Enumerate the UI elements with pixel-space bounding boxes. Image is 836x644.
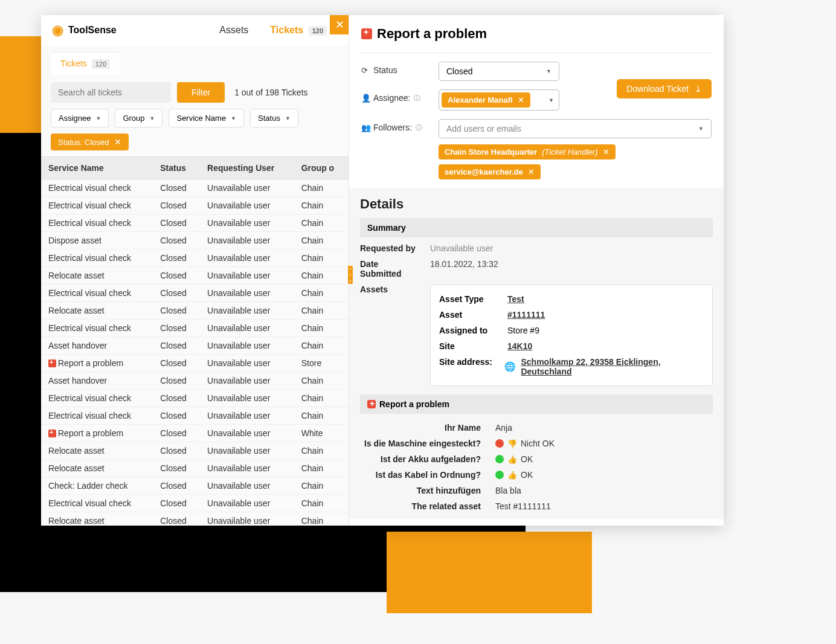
nav-tickets[interactable]: Tickets 120: [259, 25, 338, 36]
cell-group: Chain: [294, 302, 349, 320]
cell-user: Unavailable user: [200, 232, 294, 250]
cell-service: Check: Ladder check: [41, 477, 153, 495]
problem-section-label: Report a problem: [379, 399, 449, 409]
cell-user: Unavailable user: [200, 495, 294, 512]
active-filter-chip: Status: Closed ✕: [51, 134, 129, 150]
cell-status: Closed: [153, 337, 200, 355]
follower-pill: service@kaercher.de ✕: [439, 164, 541, 179]
table-row[interactable]: Relocate assetClosedUnavailable userChai…: [41, 267, 349, 285]
table-row[interactable]: Electrical visual checkClosedUnavailable…: [41, 390, 349, 407]
table-row[interactable]: Asset handoverClosedUnavailable userChai…: [41, 337, 349, 355]
col-status[interactable]: Status: [153, 157, 200, 179]
table-row[interactable]: Relocate assetClosedUnavailable userChai…: [41, 442, 349, 460]
filters-row: Assignee▼ Group▼ Service Name▼ Status▼: [41, 109, 349, 134]
cell-status: Closed: [153, 232, 200, 250]
cell-status: Closed: [153, 425, 200, 442]
site-link[interactable]: 14K10: [507, 341, 532, 351]
table-row[interactable]: Electrical visual checkClosedUnavailable…: [41, 320, 349, 337]
cell-service: Asset handover: [41, 337, 153, 355]
table-row[interactable]: Electrical visual checkClosedUnavailable…: [41, 407, 349, 425]
table-row[interactable]: Check: Ladder checkClosedUnavailable use…: [41, 477, 349, 495]
assignee-select[interactable]: Alexander Manafi ✕ ▼: [439, 89, 559, 111]
cell-group: Chain: [294, 512, 349, 526]
cell-service: Electrical visual check: [41, 390, 153, 407]
col-user[interactable]: Requesting User: [200, 157, 294, 179]
tab-tickets-label: Tickets: [60, 59, 87, 68]
table-row[interactable]: Electrical visual checkClosedUnavailable…: [41, 250, 349, 267]
follower-name: Chain Store Headquarter: [445, 147, 537, 156]
cell-service: Electrical visual check: [41, 250, 153, 267]
follower-pill: Chain Store Headquarter (Ticket Handler)…: [439, 144, 616, 159]
filter-status[interactable]: Status▼: [250, 109, 298, 127]
user-icon: 👤: [361, 94, 370, 103]
cell-status: Closed: [153, 267, 200, 285]
search-input[interactable]: [51, 82, 171, 103]
cell-status: Closed: [153, 390, 200, 407]
filter-assignee[interactable]: Assignee▼: [51, 109, 109, 127]
cell-status: Closed: [153, 250, 200, 267]
asset-type-link[interactable]: Test: [507, 294, 524, 304]
cell-status: Closed: [153, 372, 200, 390]
site-label: Site: [439, 341, 497, 351]
download-ticket-button[interactable]: Download Ticket ⤓: [617, 79, 712, 98]
chip-remove[interactable]: ✕: [114, 137, 121, 147]
follower-remove[interactable]: ✕: [603, 147, 609, 156]
table-row[interactable]: Electrical visual checkClosedUnavailable…: [41, 179, 349, 197]
cell-group: Chain: [294, 179, 349, 197]
table-row[interactable]: Electrical visual checkClosedUnavailable…: [41, 197, 349, 214]
info-icon[interactable]: ⓘ: [416, 123, 422, 132]
table-row[interactable]: Relocate assetClosedUnavailable userChai…: [41, 460, 349, 477]
table-row[interactable]: Report a problemClosedUnavailable userWh…: [41, 425, 349, 442]
follower-remove[interactable]: ✕: [528, 167, 535, 176]
followers-row: 👥Followers:ⓘ Add users or emails ▼ Chain…: [361, 119, 712, 179]
col-service[interactable]: Service Name: [41, 157, 153, 179]
report-problem-icon: [48, 430, 56, 437]
followers-placeholder: Add users or emails: [446, 124, 521, 134]
users-icon: 👥: [361, 123, 370, 132]
filter-group[interactable]: Group▼: [115, 109, 162, 127]
cell-user: Unavailable user: [200, 179, 294, 197]
table-row[interactable]: Electrical visual checkClosedUnavailable…: [41, 214, 349, 232]
cell-user: Unavailable user: [200, 460, 294, 477]
site-addr-link[interactable]: Schmolkamp 22, 29358 Eicklingen, Deutsch…: [521, 357, 704, 376]
assignee-remove[interactable]: ✕: [518, 95, 524, 105]
tabs-row: Tickets 120: [41, 45, 349, 75]
table-row[interactable]: Relocate assetClosedUnavailable userChai…: [41, 302, 349, 320]
filter-service[interactable]: Service Name▼: [169, 109, 244, 127]
tab-tickets[interactable]: Tickets 120: [51, 53, 120, 75]
cell-service: Dispose asset: [41, 232, 153, 250]
cell-group: Chain: [294, 250, 349, 267]
cell-user: Unavailable user: [200, 425, 294, 442]
cell-status: Closed: [153, 197, 200, 214]
caret-icon: ▼: [546, 68, 551, 74]
status-row: ⟳Status Closed ▼: [361, 62, 712, 81]
qa-row: The related asset Test #1111111: [360, 498, 713, 514]
cell-status: Closed: [153, 460, 200, 477]
close-panel-button[interactable]: ✕: [330, 15, 349, 34]
cell-group: Store: [294, 355, 349, 372]
cell-user: Unavailable user: [200, 302, 294, 320]
table-row[interactable]: Dispose assetClosedUnavailable userChain: [41, 232, 349, 250]
site-addr-label: Site address:: [439, 357, 494, 376]
qa-question: Ist das Kabel in Ordnung?: [360, 470, 481, 480]
table-row[interactable]: Electrical visual checkClosedUnavailable…: [41, 285, 349, 302]
table-row[interactable]: Relocate assetClosedUnavailable userChai…: [41, 512, 349, 526]
filter-button[interactable]: Filter: [177, 82, 225, 103]
col-group[interactable]: Group o: [294, 157, 349, 179]
cell-user: Unavailable user: [200, 285, 294, 302]
table-row[interactable]: Asset handoverClosedUnavailable userChai…: [41, 372, 349, 390]
panel-resize-handle[interactable]: [348, 266, 353, 284]
cell-status: Closed: [153, 214, 200, 232]
nav-assets[interactable]: Assets: [208, 25, 259, 36]
assignee-label: 👤Assignee:ⓘ: [361, 89, 431, 103]
followers-select[interactable]: Add users or emails ▼: [439, 119, 712, 138]
info-icon[interactable]: ⓘ: [414, 94, 420, 103]
cell-user: Unavailable user: [200, 320, 294, 337]
status-select[interactable]: Closed ▼: [439, 62, 559, 81]
tab-tickets-badge: 120: [92, 59, 110, 69]
table-row[interactable]: Report a problemClosedUnavailable userSt…: [41, 355, 349, 372]
qa-answer: 👍 OK: [495, 454, 533, 464]
table-row[interactable]: Electrical visual checkClosedUnavailable…: [41, 495, 349, 512]
caret-icon: ▼: [95, 115, 101, 121]
asset-link[interactable]: #1111111: [507, 310, 545, 320]
